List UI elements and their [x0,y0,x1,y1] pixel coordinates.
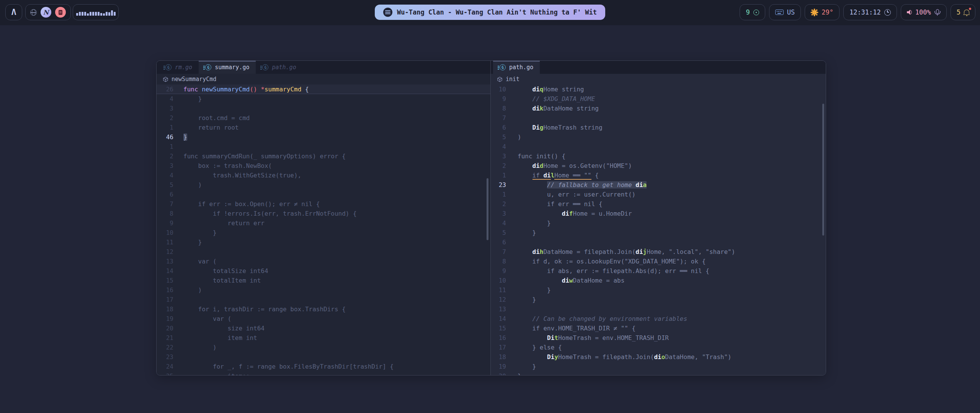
code-line[interactable]: 8 if !errors.Is(err, trash.ErrNotFound) … [157,209,490,218]
code-line[interactable]: 16 DitHomeTrash = env.HOME_TRASH_DIR [491,333,826,343]
weather-module[interactable]: 29° [805,4,840,20]
code-line[interactable]: 6 [157,190,490,199]
workspace-module[interactable]: 9 [740,4,765,20]
code-line[interactable]: 12 } [491,295,826,304]
tab-path.go[interactable]: Gpath.go [493,61,540,74]
code-segment: } [518,296,536,303]
code-line[interactable]: 13 var ( [157,257,490,266]
notifications-module[interactable]: 5 [951,4,975,20]
code-line[interactable]: 7 if err := box.Open(); err ≠ nil { [157,199,490,209]
code-line[interactable]: 15 if env.HOME_TRASH_DIR ≠ "" { [491,324,826,333]
code-line[interactable]: 2 root.cmd = cmd [157,113,490,123]
code-line[interactable]: 7 dihDataHome = filepath.Join(dijHome, "… [491,247,826,257]
code-line[interactable]: 9 // $XDG_DATA_HOME [491,94,826,104]
code-text: } [518,362,536,371]
jump-label-key: l [551,172,555,179]
code-line[interactable]: 2func summaryCmdRun(_ summaryOptions) er… [157,151,490,161]
line-number: 4 [157,95,173,102]
line-number: 26 [157,86,173,93]
code-line[interactable]: 22 ) [157,343,490,352]
code-line[interactable]: 8 if d, ok := os.LookupEnv("XDG_DATA_HOM… [491,257,826,266]
jump-label-match: Di [547,353,554,361]
code-line[interactable]: 6 [491,237,826,247]
code-line[interactable]: 17 [157,295,490,304]
code-line[interactable]: 4 } [491,218,826,228]
code-line[interactable]: 3func init() { [491,151,826,161]
current-code-line[interactable]: 23 // fallback to get home dia [491,180,826,190]
left-code-area[interactable]: 26func newSummaryCmd() *summaryCmd {4 }3… [157,85,490,375]
code-line[interactable]: 21 item int [157,333,490,343]
code-line[interactable]: 24 for _, f := range box.FilesByTrashDir… [157,362,490,371]
app-launcher-button[interactable]: Λ [5,4,22,20]
left-breadcrumb[interactable]: newSummaryCmd [157,74,490,85]
current-code-line[interactable]: 46} [157,132,490,142]
right-pane-scrollbar[interactable] [822,104,824,236]
code-line[interactable]: 3 difHome = u.HomeDir [491,209,826,218]
code-line[interactable]: 16 ) [157,285,490,295]
code-line[interactable]: 3 [157,104,490,113]
code-line[interactable]: 15 totalItem int [157,276,490,285]
sticky-context-line[interactable]: 26func newSummaryCmd() *summaryCmd { [157,85,490,94]
code-line[interactable]: 11 } [491,285,826,295]
code-line[interactable]: 23 [157,352,490,362]
code-line[interactable]: 2 didHome = os.Getenv("HOME") [491,161,826,171]
code-line[interactable]: 9 return err [157,218,490,228]
code-line[interactable]: 13 [491,304,826,314]
code-line[interactable]: 20} [491,371,826,375]
jump-label-key: q [540,86,544,93]
code-text: root.cmd = cmd [183,113,250,123]
left-pane-scrollbar[interactable] [487,178,488,240]
code-line[interactable]: 20 size int64 [157,324,490,333]
document-tray-icon[interactable] [55,7,66,18]
code-line[interactable]: 10 } [157,228,490,237]
line-number: 3 [491,153,506,160]
code-line[interactable]: 8 dikDataHome string [491,104,826,113]
line-number: 2 [491,200,506,208]
code-line[interactable]: 5 } [491,228,826,237]
code-line[interactable]: 1 return root [157,123,490,132]
code-line[interactable]: 1 [157,142,490,151]
notion-tray-icon[interactable]: N [41,7,51,18]
code-line[interactable]: 19 } [491,362,826,371]
code-line[interactable]: 10 diwDataHome = abs [491,276,826,285]
code-line[interactable]: 17 } else { [491,343,826,352]
now-playing-pill[interactable]: Wu-Tang Clan - Wu-Tang Clan Ain't Nuthin… [375,5,605,20]
code-line[interactable]: 14 totalSize int64 [157,266,490,276]
audio-module[interactable]: 100% [901,4,947,20]
code-line[interactable]: 4 trash.WithGetSize(true), [157,171,490,180]
code-line[interactable]: 12 [157,247,490,257]
code-line[interactable]: 11 } [157,237,490,247]
code-line[interactable]: 4 [491,142,826,151]
right-breadcrumb[interactable]: init [491,74,826,85]
code-line[interactable]: 10 diqHome string [491,85,826,94]
line-number: 24 [157,363,173,370]
code-line[interactable]: 18 DiyHomeTrash = filepath.Join(dioDataH… [491,352,826,362]
tab-rm.go[interactable]: Grm.go [159,61,199,74]
code-line[interactable]: 9 if abs, err := filepath.Abs(d); err ══… [491,266,826,276]
code-segment: u, err := user.Current() [518,191,635,198]
keyboard-layout-module[interactable]: US [769,4,801,20]
globe-tray-icon[interactable] [30,9,37,16]
code-line[interactable]: 4 } [157,94,490,104]
right-code-area[interactable]: 10 diqHome string9 // $XDG_DATA_HOME8 di… [491,85,826,375]
code-text: } [518,228,536,237]
code-line[interactable]: 19 var ( [157,314,490,324]
code-line[interactable]: 5) [491,132,826,142]
code-line[interactable]: 1 if dilHome ══ "" { [491,171,826,180]
clock-module[interactable]: 12:31:12 [843,4,897,20]
code-line[interactable]: 1 u, err := user.Current() [491,190,826,199]
code-line[interactable]: 2 if err ══ nil { [491,199,826,209]
code-line[interactable]: 6 DigHomeTrash string [491,123,826,132]
code-segment: size int64 [183,325,265,332]
code-line[interactable]: 18 for i, trashDir := range box.TrashDir… [157,304,490,314]
code-line[interactable]: 5 ) [157,180,490,190]
jump-label-key: g [540,124,544,131]
code-line[interactable]: 14 // Can be changed by environment vari… [491,314,826,324]
audio-visualizer-module[interactable] [73,4,119,20]
code-line[interactable]: 3 box := trash.NewBox( [157,161,490,171]
code-line[interactable]: 25 item++ [157,371,490,375]
tab-path.go[interactable]: Gpath.go [256,61,302,74]
code-line[interactable]: 7 [491,113,826,123]
tab-summary.go[interactable]: Gsummary.go [199,61,256,74]
code-text: func init() { [518,151,565,161]
